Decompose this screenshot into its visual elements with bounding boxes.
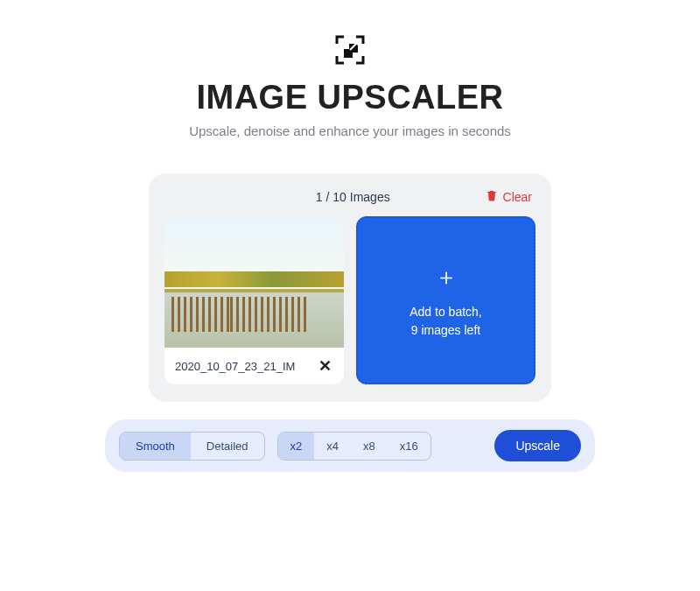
add-to-batch-dropzone[interactable]: ＋ Add to batch, 9 images left (356, 216, 536, 384)
close-icon: ✕ (318, 357, 332, 375)
scale-x8[interactable]: x8 (351, 433, 388, 460)
plus-icon: ＋ (435, 262, 458, 292)
trash-icon (486, 189, 498, 204)
mode-toggle: Smooth Detailed (119, 432, 265, 461)
thumbnail-filename: 2020_10_07_23_21_IM (175, 360, 310, 373)
upscale-button[interactable]: Upscale (494, 430, 581, 461)
scale-toggle: x2 x4 x8 x16 (277, 432, 431, 461)
clear-button[interactable]: Clear (486, 189, 532, 204)
page-subtitle: Upscale, denoise and enhance your images… (189, 123, 511, 138)
image-thumbnail[interactable]: 2020_10_07_23_21_IM ✕ (164, 216, 344, 384)
image-count: 1 / 10 Images (220, 190, 486, 204)
dropzone-line1: Add to batch, (410, 303, 482, 321)
clear-label: Clear (503, 190, 532, 204)
remove-image-button[interactable]: ✕ (315, 356, 335, 376)
mode-detailed[interactable]: Detailed (191, 433, 264, 460)
controls-bar: Smooth Detailed x2 x4 x8 x16 Upscale (105, 419, 595, 472)
scale-x16[interactable]: x16 (388, 433, 430, 460)
page-title: IMAGE UPSCALER (196, 79, 503, 116)
thumbnail-preview (164, 216, 344, 348)
scale-x4[interactable]: x4 (314, 433, 351, 460)
batch-panel: 1 / 10 Images Clear 2020_10_07_23_21_IM … (149, 173, 551, 402)
mode-smooth[interactable]: Smooth (120, 433, 191, 460)
dropzone-line2: 9 images left (410, 321, 482, 340)
svg-rect-1 (349, 44, 358, 53)
scale-x2[interactable]: x2 (278, 433, 315, 460)
upscaler-logo-icon (335, 35, 365, 68)
